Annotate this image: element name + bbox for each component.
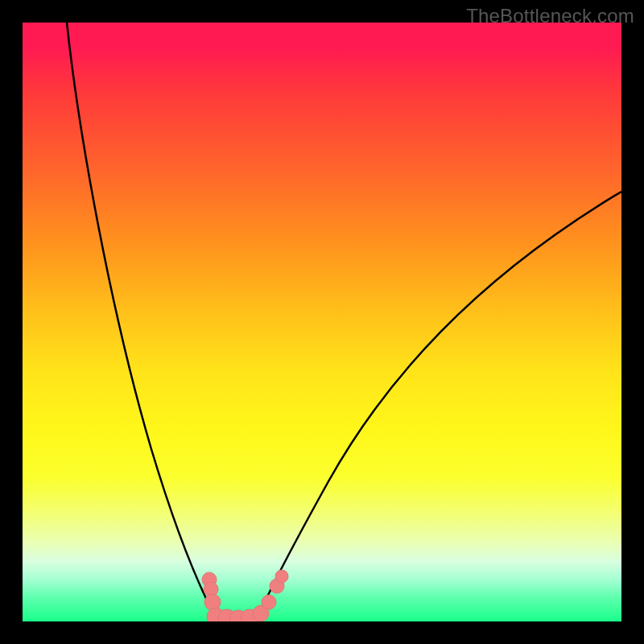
- bottom-marker-cluster: [202, 570, 288, 621]
- curve-layer: [23, 23, 621, 621]
- curve-left-branch: [67, 23, 216, 621]
- curve-right-branch: [256, 192, 621, 621]
- svg-point-10: [275, 570, 288, 583]
- watermark-text: TheBottleneck.com: [466, 5, 634, 27]
- svg-point-8: [262, 595, 276, 609]
- chart-frame: TheBottleneck.com: [0, 0, 644, 644]
- plot-area: [23, 23, 621, 621]
